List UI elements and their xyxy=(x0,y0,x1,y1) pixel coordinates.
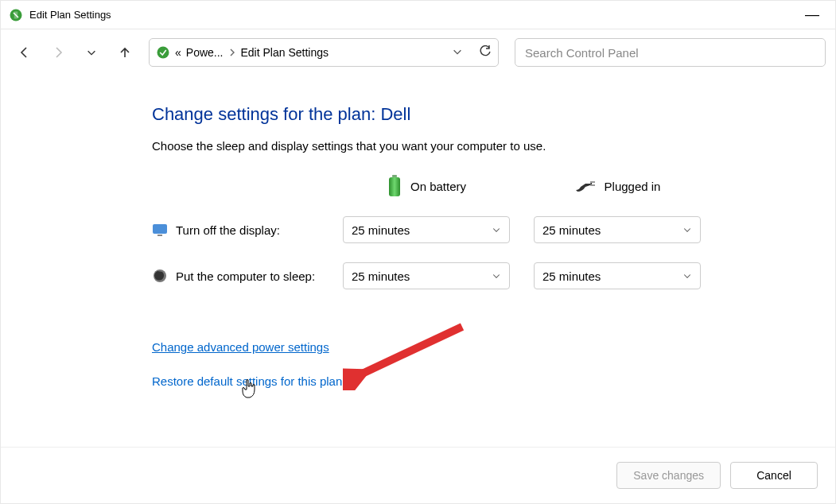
row-display-text: Turn off the display: xyxy=(176,223,280,237)
chevron-down-icon xyxy=(682,269,692,283)
address-dropdown-icon[interactable] xyxy=(452,46,463,60)
svg-rect-6 xyxy=(590,184,595,186)
breadcrumb-separator-icon xyxy=(228,46,236,59)
titlebar: Edit Plan Settings — xyxy=(1,1,835,29)
battery-icon xyxy=(387,175,402,197)
control-panel-icon xyxy=(9,8,23,22)
footer-separator xyxy=(1,447,835,448)
svg-rect-5 xyxy=(590,181,595,183)
svg-rect-4 xyxy=(389,177,400,196)
page-subtitle: Choose the sleep and display settings th… xyxy=(152,139,835,153)
restore-defaults-link[interactable]: Restore default settings for this plan xyxy=(152,374,342,388)
display-plugged-value: 25 minutes xyxy=(542,223,601,237)
save-button[interactable]: Save changes xyxy=(616,462,721,489)
address-bar[interactable]: « Powe... Edit Plan Settings xyxy=(149,38,499,67)
column-plugged-label: Plugged in xyxy=(605,180,661,193)
svg-rect-8 xyxy=(157,235,162,236)
forward-button[interactable] xyxy=(44,38,72,67)
recent-dropdown[interactable] xyxy=(77,38,106,67)
svg-point-2 xyxy=(157,47,169,59)
chevron-down-icon xyxy=(492,223,501,237)
chevron-down-icon xyxy=(682,223,692,237)
search-placeholder: Search Control Panel xyxy=(525,46,639,60)
row-sleep-text: Put the computer to sleep: xyxy=(176,269,315,283)
sleep-plugged-select[interactable]: 25 minutes xyxy=(534,262,701,289)
refresh-button[interactable] xyxy=(479,45,492,60)
breadcrumb-item-editplan[interactable]: Edit Plan Settings xyxy=(241,46,329,59)
page-heading: Change settings for the plan: Dell xyxy=(152,104,835,125)
breadcrumb-icon xyxy=(156,45,170,60)
sleep-plugged-value: 25 minutes xyxy=(542,269,601,283)
display-battery-select[interactable]: 25 minutes xyxy=(343,216,510,243)
back-button[interactable] xyxy=(10,38,39,67)
minimize-button[interactable]: — xyxy=(799,3,826,26)
search-input[interactable]: Search Control Panel xyxy=(515,38,826,67)
display-battery-value: 25 minutes xyxy=(352,223,410,237)
content-area: Change settings for the plan: Dell Choos… xyxy=(1,76,835,388)
cancel-button[interactable]: Cancel xyxy=(730,462,818,489)
sleep-battery-select[interactable]: 25 minutes xyxy=(343,262,510,289)
column-battery-label: On battery xyxy=(410,180,466,193)
column-header-battery: On battery xyxy=(343,175,510,197)
breadcrumb-prefix: « xyxy=(175,46,181,59)
toolbar: « Powe... Edit Plan Settings Search Cont… xyxy=(1,29,835,76)
display-icon xyxy=(152,222,168,238)
plug-icon xyxy=(574,179,597,193)
display-plugged-select[interactable]: 25 minutes xyxy=(534,216,701,243)
sleep-battery-value: 25 minutes xyxy=(352,269,410,283)
window-title: Edit Plan Settings xyxy=(29,9,111,21)
advanced-settings-link[interactable]: Change advanced power settings xyxy=(152,340,329,354)
row-sleep-label: Put the computer to sleep: xyxy=(152,268,343,284)
svg-rect-7 xyxy=(153,224,167,234)
svg-rect-3 xyxy=(392,175,397,177)
column-header-plugged: Plugged in xyxy=(534,179,701,193)
up-button[interactable] xyxy=(111,38,139,67)
row-display-label: Turn off the display: xyxy=(152,222,343,238)
sleep-icon xyxy=(152,268,168,284)
breadcrumb-item-power[interactable]: Powe... xyxy=(186,46,224,59)
chevron-down-icon xyxy=(492,269,501,283)
